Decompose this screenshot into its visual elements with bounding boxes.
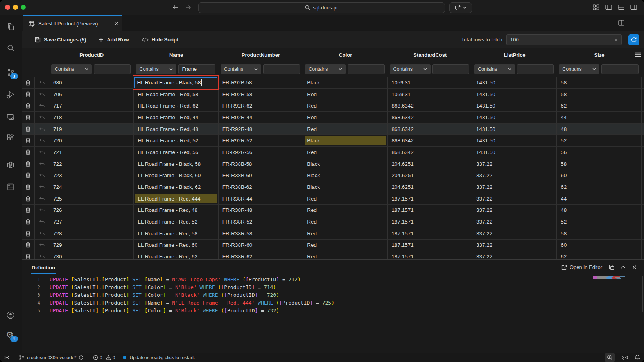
cell-name[interactable]: HL Road Frame - Red, 56: [134, 147, 218, 158]
cell-productnumber[interactable]: FR-R92R-58: [219, 89, 303, 100]
cell-productid[interactable]: 728: [49, 228, 134, 240]
cell-standardcost[interactable]: 1059.31: [388, 89, 472, 100]
copilot-status-icon[interactable]: [621, 355, 628, 360]
cell-productnumber[interactable]: FR-R38R-60: [219, 240, 303, 251]
cell-color[interactable]: Black: [303, 135, 387, 147]
delete-row-button[interactable]: [22, 251, 35, 259]
cell-standardcost[interactable]: 187.1571: [388, 205, 472, 217]
cell-listprice[interactable]: 1431.50: [472, 89, 557, 100]
search-sidebar-icon[interactable]: [6, 43, 15, 53]
revert-row-button[interactable]: [35, 158, 49, 170]
column-header-color[interactable]: Color: [303, 52, 387, 58]
explorer-icon[interactable]: [6, 22, 15, 31]
revert-row-button[interactable]: [35, 216, 49, 228]
scrollbar[interactable]: [642, 276, 643, 312]
hide-script-button[interactable]: Hide Script: [142, 37, 179, 43]
cell-standardcost[interactable]: 187.1571: [388, 240, 472, 251]
total-rows-dropdown[interactable]: 100: [506, 34, 622, 45]
cell-size[interactable]: 58: [557, 158, 641, 170]
filter-operator-dropdown[interactable]: Contains: [390, 64, 431, 74]
cell-productnumber[interactable]: FR-R92R-44: [219, 112, 303, 124]
filter-input-size[interactable]: [601, 64, 638, 74]
cell-name[interactable]: HL Road Frame - Red, 62: [134, 100, 218, 112]
cell-size[interactable]: 58: [557, 89, 641, 100]
cell-color[interactable]: Black: [303, 170, 387, 182]
account-icon[interactable]: [6, 310, 15, 320]
cell-standardcost[interactable]: 868.6342: [388, 112, 472, 124]
filter-input-productid[interactable]: [94, 64, 131, 74]
maximize-window-button[interactable]: [21, 5, 26, 10]
open-in-editor-button[interactable]: Open in Editor: [561, 264, 602, 270]
cell-productnumber[interactable]: FR-R92B-58: [219, 77, 303, 89]
cell-edit-input[interactable]: HL Road Frame - Black, 58: [134, 77, 217, 88]
filter-input-name[interactable]: Frame: [178, 64, 215, 74]
cell-productnumber[interactable]: FR-R38R-48: [219, 205, 303, 217]
revert-row-button[interactable]: [35, 181, 49, 193]
cell-name[interactable]: LL Road Frame - Red, 58: [134, 228, 218, 240]
filter-operator-dropdown[interactable]: Contains: [559, 64, 599, 74]
cell-name[interactable]: LL Road Frame - Red, 48: [134, 205, 218, 217]
filter-input-productnumber[interactable]: [263, 64, 300, 74]
column-header-productid[interactable]: ProductID: [49, 52, 134, 58]
cell-color[interactable]: Red: [303, 100, 387, 112]
cell-listprice[interactable]: 1431.50: [472, 77, 557, 89]
cell-name[interactable]: HL Road Frame - Red, 58: [134, 89, 218, 100]
containers-icon[interactable]: [6, 160, 15, 170]
filter-operator-dropdown[interactable]: Contains: [51, 64, 92, 74]
cell-listprice[interactable]: 337.22: [472, 181, 557, 193]
cell-productnumber[interactable]: FR-R38B-60: [219, 170, 303, 182]
cell-color[interactable]: Red: [303, 228, 387, 240]
customize-layout-icon[interactable]: [593, 4, 599, 10]
cell-listprice[interactable]: 337.22: [472, 158, 557, 170]
panel-tab-definition[interactable]: Definition: [31, 261, 56, 274]
close-panel-icon[interactable]: [632, 265, 637, 269]
cell-productnumber[interactable]: FR-R38R-62: [219, 251, 303, 259]
revert-row-button[interactable]: [35, 170, 49, 182]
chevron-up-icon[interactable]: [621, 266, 626, 269]
cell-size[interactable]: 48: [557, 205, 641, 217]
cell-color[interactable]: Black: [303, 158, 387, 170]
delete-row-button[interactable]: [22, 181, 35, 193]
delete-row-button[interactable]: [22, 216, 35, 228]
delete-row-button[interactable]: [22, 89, 35, 100]
revert-row-button[interactable]: [35, 89, 49, 100]
cell-size[interactable]: 58: [557, 228, 641, 240]
cell-size[interactable]: 62: [557, 181, 641, 193]
cell-productid[interactable]: 706: [49, 89, 134, 100]
delete-row-button[interactable]: [22, 193, 35, 205]
cell-productid[interactable]: 724: [49, 181, 134, 193]
cell-standardcost[interactable]: 187.1571: [388, 228, 472, 240]
cell-listprice[interactable]: 1431.50: [472, 124, 557, 135]
cell-size[interactable]: 60: [557, 170, 641, 182]
delete-row-button[interactable]: [22, 77, 35, 89]
extensions-icon[interactable]: [6, 133, 15, 143]
column-header-listprice[interactable]: ListPrice: [472, 52, 557, 58]
cell-productid[interactable]: 719: [49, 124, 134, 135]
zoom-status-icon[interactable]: [605, 353, 615, 362]
revert-row-button[interactable]: [35, 124, 49, 135]
table-designer-icon[interactable]: [6, 182, 15, 192]
cell-name[interactable]: HL Road Frame - Black, 58: [134, 77, 218, 89]
cell-productid[interactable]: 727: [49, 216, 134, 228]
tab-salesltproduct[interactable]: SalesLT.Product (Preview): [23, 15, 122, 31]
delete-row-button[interactable]: [22, 100, 35, 112]
revert-row-button[interactable]: [35, 77, 49, 89]
delete-row-button[interactable]: [22, 228, 35, 240]
cell-name[interactable]: LL Road Frame - Red, 62: [134, 251, 218, 259]
filter-operator-dropdown[interactable]: Contains: [305, 64, 346, 74]
cell-listprice[interactable]: 1431.50: [472, 100, 557, 112]
cell-standardcost[interactable]: 868.6342: [388, 135, 472, 147]
cell-name[interactable]: LL Road Frame - Red, 52: [134, 216, 218, 228]
tab-close-icon[interactable]: [114, 22, 118, 26]
cell-color[interactable]: Black: [303, 77, 387, 89]
filter-operator-dropdown[interactable]: Contains: [221, 64, 261, 74]
cell-name[interactable]: HL Road Frame - Red, 52: [134, 135, 218, 147]
cell-color[interactable]: Black: [303, 181, 387, 193]
copy-icon[interactable]: [609, 265, 614, 270]
cell-color[interactable]: Red: [303, 112, 387, 124]
delete-row-button[interactable]: [22, 240, 35, 251]
cell-productnumber[interactable]: FR-R38B-62: [219, 181, 303, 193]
git-branch-status[interactable]: croblesm-0305-vscode*: [19, 355, 84, 360]
add-row-button[interactable]: Add Row: [99, 37, 129, 43]
revert-row-button[interactable]: [35, 205, 49, 217]
